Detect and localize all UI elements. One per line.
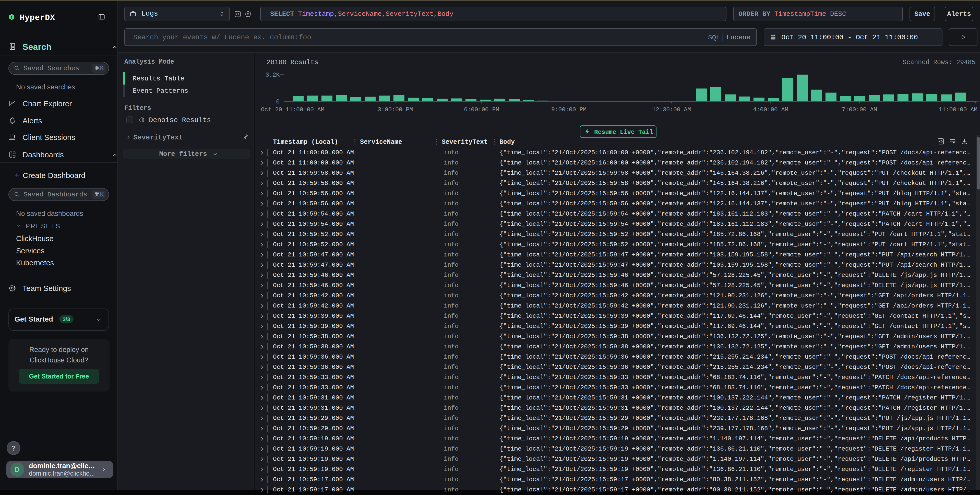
svg-text:Oct 20 11:00:00 AM: Oct 20 11:00:00 AM <box>261 107 324 113</box>
svg-text:7:00:00 AM: 7:00:00 AM <box>842 107 877 113</box>
svg-text:4:00:00 AM: 4:00:00 AM <box>753 107 788 113</box>
svg-text:0: 0 <box>276 99 280 105</box>
svg-text:9:00:00 PM: 9:00:00 PM <box>551 107 587 113</box>
svg-text:11:00:00 AM: 11:00:00 AM <box>939 107 977 113</box>
svg-text:3.2K: 3.2K <box>266 72 280 78</box>
svg-text:12:30:00 AM: 12:30:00 AM <box>652 107 691 113</box>
svg-text:3:00:00 PM: 3:00:00 PM <box>378 107 413 113</box>
svg-text:6:00:00 PM: 6:00:00 PM <box>464 107 499 113</box>
